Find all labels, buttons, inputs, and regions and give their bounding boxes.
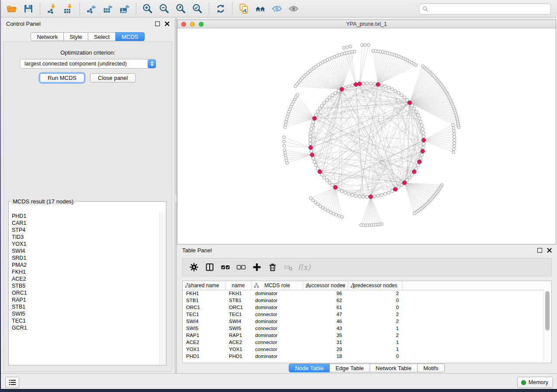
cell-successor-nodes[interactable]: 18 (303, 354, 348, 359)
cell-predecessor-nodes[interactable]: 0 (348, 354, 402, 359)
optimization-criterion-select[interactable]: largest connected component (undirected) (20, 59, 156, 69)
table-row[interactable]: STB1STB1dominator620 (183, 297, 544, 304)
mcds-result-item[interactable]: GCR1 (9, 324, 160, 331)
cell-shared-name[interactable]: PHD1 (183, 354, 225, 359)
hide-selected-button[interactable] (269, 2, 285, 16)
mcds-result-item[interactable]: SWI5 (9, 310, 160, 317)
table-row[interactable]: ACE2ACE2connector311 (183, 339, 544, 346)
clone-network-button[interactable] (235, 2, 252, 16)
table-row[interactable]: TEC1TEC1connector472 (183, 311, 544, 318)
cell-name[interactable]: ACE2 (225, 340, 252, 345)
mcds-result-item[interactable]: ACE2 (9, 275, 160, 282)
cell-successor-nodes[interactable]: 96 (303, 291, 348, 296)
import-table-button[interactable] (60, 2, 76, 16)
close-panel-icon[interactable] (165, 21, 170, 26)
mcds-result-item[interactable]: TEC1 (9, 317, 160, 324)
cell-name[interactable]: PHD1 (225, 354, 252, 359)
cell-mcds-role[interactable]: dominator (252, 354, 303, 359)
cell-mcds-role[interactable]: dominator (252, 319, 303, 324)
cell-shared-name[interactable]: RAP1 (183, 333, 225, 338)
mcds-result-item[interactable]: PHD1 (9, 213, 160, 220)
cell-name[interactable]: ORC1 (225, 305, 252, 310)
cell-shared-name[interactable]: FKH1 (183, 291, 225, 296)
cell-successor-nodes[interactable]: 46 (303, 319, 348, 324)
splitter-handle[interactable] (175, 194, 176, 203)
run-mcds-button[interactable]: Run MCDS (40, 73, 84, 83)
column-header-name[interactable]: name (225, 281, 252, 290)
cell-successor-nodes[interactable]: 61 (303, 305, 348, 310)
mcds-list-scrollbar[interactable] (159, 213, 166, 364)
mcds-result-item[interactable]: STB5 (9, 282, 160, 289)
cell-mcds-role[interactable]: dominator (252, 333, 303, 338)
first-neighbors-button[interactable] (252, 2, 269, 16)
table-tab-network-table[interactable]: Network Table (370, 364, 418, 372)
table-row[interactable]: PHD1PHD1dominator180 (183, 353, 544, 360)
table-settings-button[interactable] (186, 260, 202, 275)
network-graph[interactable] (177, 28, 556, 244)
tab-style[interactable]: Style (63, 32, 88, 41)
cell-predecessor-nodes[interactable]: 0 (348, 298, 402, 303)
mcds-result-item[interactable]: FKH1 (9, 268, 160, 275)
cell-mcds-role[interactable]: dominator (252, 305, 303, 310)
cell-predecessor-nodes[interactable]: 1 (348, 326, 402, 331)
table-row[interactable]: SWI4SWI4dominator462 (183, 318, 544, 325)
cell-shared-name[interactable]: TEC1 (183, 312, 225, 317)
export-table-button[interactable] (100, 2, 116, 16)
cell-name[interactable]: SWI4 (225, 319, 252, 324)
column-header-predecessor-nodes[interactable]: predecessor nodes (348, 281, 402, 290)
import-network-button[interactable] (43, 2, 60, 16)
search-input[interactable] (430, 6, 547, 13)
select-all-rows-button[interactable] (218, 260, 233, 275)
cell-successor-nodes[interactable]: 43 (303, 326, 348, 331)
table-row[interactable]: YOX1YOX1connector291 (183, 346, 544, 353)
cell-shared-name[interactable]: ACE2 (183, 340, 225, 345)
mcds-result-item[interactable]: SRD1 (9, 254, 160, 261)
cell-predecessor-nodes[interactable]: 2 (348, 312, 402, 317)
cell-predecessor-nodes[interactable]: 2 (348, 319, 402, 324)
cell-mcds-role[interactable]: connector (252, 340, 303, 345)
cell-name[interactable]: SWI5 (225, 326, 252, 331)
cell-name[interactable]: TEC1 (225, 312, 252, 317)
mcds-result-item[interactable]: PMA2 (9, 261, 160, 268)
open-file-button[interactable] (3, 2, 20, 16)
show-panels-button[interactable] (5, 377, 19, 388)
table-tab-edge-table[interactable]: Edge Table (329, 364, 370, 372)
tab-mcds[interactable]: MCDS (115, 32, 144, 41)
cell-predecessor-nodes[interactable]: 1 (348, 340, 402, 345)
cell-name[interactable]: YOX1 (225, 347, 252, 352)
memory-button[interactable]: Memory (517, 377, 553, 388)
cell-predecessor-nodes[interactable]: 2 (348, 333, 402, 338)
cell-successor-nodes[interactable]: 35 (303, 333, 348, 338)
cell-successor-nodes[interactable]: 47 (303, 312, 348, 317)
cell-name[interactable]: RAP1 (225, 333, 252, 338)
table-row[interactable]: SWI5SWI5connector431 (183, 325, 544, 332)
deselect-all-rows-button[interactable] (233, 260, 249, 275)
cell-mcds-role[interactable]: connector (252, 312, 303, 317)
mcds-result-item[interactable]: ORC1 (9, 289, 160, 296)
table-row[interactable]: RAP1RAP1dominator352 (183, 332, 544, 339)
mcds-result-item[interactable]: STP4 (9, 227, 160, 234)
cell-mcds-role[interactable]: connector (252, 326, 303, 331)
refresh-button[interactable] (212, 2, 229, 16)
table-tab-node-table[interactable]: Node Table (289, 364, 330, 372)
cell-successor-nodes[interactable]: 62 (303, 298, 348, 303)
cell-name[interactable]: FKH1 (225, 291, 252, 296)
cell-shared-name[interactable]: ORC1 (183, 305, 225, 310)
cell-shared-name[interactable]: YOX1 (183, 347, 225, 352)
delete-column-button[interactable] (265, 260, 280, 275)
column-header-mcds-role[interactable]: MCDS role (252, 281, 303, 290)
mcds-result-item[interactable]: TID3 (9, 234, 160, 241)
close-panel-button[interactable]: Close panel (90, 73, 136, 83)
cell-predecessor-nodes[interactable]: 1 (348, 347, 402, 352)
cell-mcds-role[interactable]: dominator (252, 291, 303, 296)
cell-successor-nodes[interactable]: 31 (303, 340, 348, 345)
save-session-button[interactable] (20, 2, 37, 16)
zoom-in-button[interactable] (139, 2, 156, 16)
zoom-out-button[interactable] (156, 2, 173, 16)
column-header-successor-nodes[interactable]: successor nodes (303, 281, 348, 290)
mcds-result-item[interactable]: STB1 (9, 303, 160, 310)
mcds-result-item[interactable]: RAP1 (9, 296, 160, 303)
column-header-shared-name[interactable]: shared name (183, 281, 225, 290)
mcds-result-item[interactable]: SWI4 (9, 248, 160, 254)
network-canvas[interactable] (177, 28, 556, 244)
